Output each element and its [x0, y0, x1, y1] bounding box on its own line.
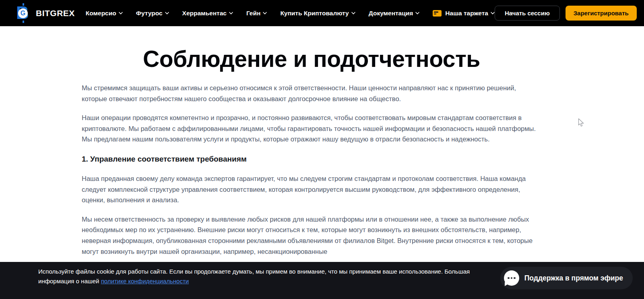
register-button[interactable]: Зарегистрировать: [566, 6, 637, 21]
section-paragraphs: Наша преданная своему делу команда экспе…: [82, 173, 541, 257]
nav-menu-item[interactable]: Комерсио: [86, 10, 123, 17]
brand-name: BITGREX: [36, 8, 75, 18]
cookie-banner-text: Используйте файлы cookie для работы сайт…: [38, 267, 484, 286]
card-icon: [433, 10, 442, 17]
brand-logo[interactable]: B G BITGREX: [16, 3, 75, 23]
paragraph: Наша преданная своему делу команда экспе…: [82, 173, 541, 206]
chevron-down-icon: [415, 12, 419, 15]
top-navbar: B G BITGREX Комерсио: [0, 0, 644, 26]
section-heading: 1. Управление соответствием требованиям: [82, 155, 541, 164]
live-support-button[interactable]: Поддержка в прямом эфире: [500, 267, 633, 289]
nav-item-label: Купить Криптовалюту: [280, 10, 349, 17]
nav-menu-item[interactable]: Наша таржета: [433, 10, 495, 17]
nav-item-label: Гейн: [246, 10, 261, 17]
paragraph: Мы стремимся защищать ваши активы и серь…: [82, 83, 541, 104]
privacy-policy-link[interactable]: политике конфиденциальности: [101, 278, 189, 284]
nav-item-label: Херрамьентас: [182, 10, 227, 17]
nav-actions: Начать сессию Зарегистрировать ЭС: [495, 6, 644, 21]
brand-logo-icon: B G: [16, 3, 32, 23]
chevron-down-icon: [165, 12, 169, 15]
paragraph: Мы несем ответственность за проверку и в…: [82, 214, 541, 257]
mouse-cursor: [578, 118, 584, 127]
chevron-down-icon: [491, 12, 495, 15]
nav-item-label: Комерсио: [86, 10, 116, 17]
chevron-down-icon: [119, 12, 123, 15]
chat-bubble-icon: [504, 270, 519, 286]
nav-item-label: Наша таржета: [445, 10, 488, 17]
nav-item-label: Футурос: [136, 10, 163, 17]
nav-menu-item[interactable]: Гейн: [246, 10, 267, 17]
chevron-down-icon: [229, 12, 233, 15]
nav-menu-item[interactable]: Купить Криптовалюту: [280, 10, 355, 17]
nav-item-label: Документация: [369, 10, 413, 17]
intro-paragraphs: Мы стремимся защищать ваши активы и серь…: [82, 83, 541, 145]
main-content: Соблюдение и подотчетность Мы стремимся …: [82, 26, 541, 257]
live-support-label: Поддержка в прямом эфире: [524, 274, 623, 282]
chevron-down-icon: [351, 12, 355, 15]
main-nav: Комерсио Футурос: [86, 10, 495, 17]
nav-menu-item[interactable]: Документация: [369, 10, 420, 17]
login-button[interactable]: Начать сессию: [495, 6, 560, 21]
nav-menu-item[interactable]: Херрамьентас: [182, 10, 233, 17]
nav-menu-item[interactable]: Футурос: [136, 10, 169, 17]
page-title: Соблюдение и подотчетность: [82, 46, 541, 72]
paragraph: Наши операции проводятся компетентно и п…: [82, 112, 541, 145]
chevron-down-icon: [263, 12, 267, 15]
